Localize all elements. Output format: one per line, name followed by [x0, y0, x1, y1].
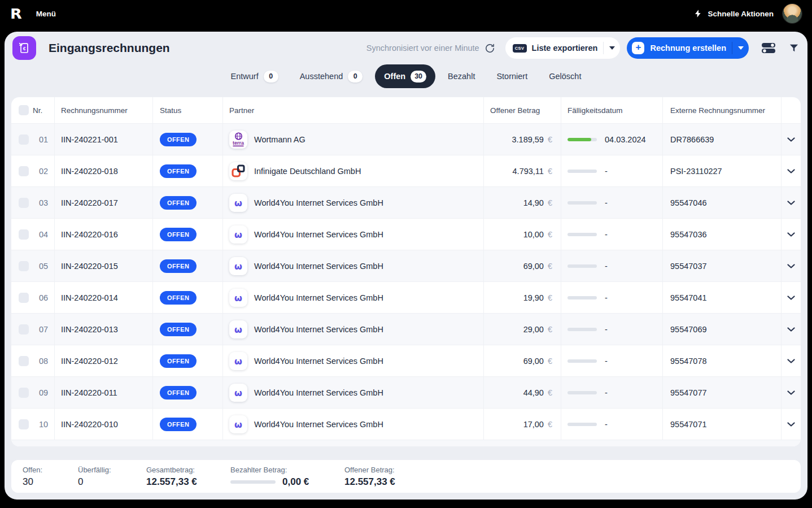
summary-open-amount-label: Offener Betrag:: [344, 466, 395, 474]
summary-open-value: 30: [23, 476, 78, 488]
due-date: -: [605, 325, 608, 334]
world4you-logo: ω: [229, 225, 247, 244]
row-number: 10: [33, 409, 54, 440]
partner-name: World4You Internet Services GmbH: [254, 325, 383, 334]
due-date: -: [605, 262, 608, 271]
summary-paid-label: Bezahlter Betrag:: [230, 466, 344, 474]
button-divider: [732, 42, 732, 54]
external-invoice-number: 95547036: [662, 219, 781, 250]
table-row[interactable]: 06 IIN-240220-014 OFFEN ω World4You Inte…: [11, 281, 801, 313]
table-row[interactable]: 09 IIN-240220-011 OFFEN ω World4You Inte…: [11, 376, 801, 408]
row-expand-button[interactable]: [781, 250, 801, 281]
row-expand-button[interactable]: [781, 314, 801, 345]
brand-logo[interactable]: R: [10, 6, 21, 22]
world4you-logo: ω: [229, 289, 247, 307]
external-invoice-number: 95547077: [662, 377, 781, 408]
row-expand-button[interactable]: [781, 409, 801, 440]
lightning-icon: [693, 8, 702, 19]
filter-icon: [788, 42, 800, 54]
table-row[interactable]: 01 IIN-240221-001 OFFEN terra Wortmann A…: [11, 123, 801, 155]
open-amount: 69,00: [523, 262, 544, 271]
table-row[interactable]: 03 IIN-240220-017 OFFEN ω World4You Inte…: [11, 186, 801, 218]
world4you-logo: ω: [229, 415, 247, 433]
row-expand-button[interactable]: [781, 377, 801, 408]
tab-ausstehend[interactable]: Ausstehend 0: [291, 64, 372, 88]
filter-button[interactable]: [788, 42, 800, 54]
status-badge: OFFEN: [160, 418, 197, 431]
row-checkbox[interactable]: [19, 261, 29, 271]
table-row[interactable]: 07 IIN-240220-013 OFFEN ω World4You Inte…: [11, 313, 801, 345]
svg-text:ω: ω: [234, 324, 242, 335]
table-row[interactable]: 10 IIN-240220-010 OFFEN ω World4You Inte…: [11, 408, 801, 440]
chevron-down-icon[interactable]: [738, 46, 744, 50]
tab-bezahlt[interactable]: Bezahlt: [439, 64, 484, 88]
view-settings-button[interactable]: [761, 42, 776, 54]
due-date: -: [605, 198, 608, 207]
incoming-invoice-icon: €: [12, 36, 36, 60]
row-checkbox[interactable]: [19, 293, 29, 303]
open-amount: 44,90: [523, 388, 544, 397]
status-badge: OFFEN: [160, 164, 197, 178]
due-progress-bar: [567, 170, 597, 173]
world4you-logo: ω: [229, 352, 247, 370]
row-expand-button[interactable]: [781, 345, 801, 376]
row-expand-button[interactable]: [781, 282, 801, 313]
chevron-down-icon: [787, 137, 795, 142]
invoice-number: IIN-240220-017: [54, 187, 152, 218]
column-due-date: Fälligkeitsdatum: [561, 97, 662, 123]
select-all-checkbox[interactable]: [19, 105, 29, 115]
row-expand-button[interactable]: [781, 155, 801, 186]
external-invoice-number: 95547071: [662, 409, 781, 440]
row-number: 04: [33, 219, 54, 250]
summary-paid-value: 0,00 €: [282, 476, 309, 488]
topbar: R Menü Schnelle Aktionen: [0, 0, 812, 27]
table-header-row: Nr. Rechnungsnummer Status Partner Offen…: [11, 97, 801, 123]
summary-total-value: 12.557,33 €: [146, 476, 230, 488]
chevron-down-icon: [787, 327, 795, 332]
row-expand-button[interactable]: [781, 219, 801, 250]
table-row[interactable]: 02 IIN-240220-018 OFFEN Infinigate Deuts…: [11, 155, 801, 186]
partner-name: World4You Internet Services GmbH: [254, 357, 383, 366]
partner-name: World4You Internet Services GmbH: [254, 388, 383, 397]
tab-storniert[interactable]: Storniert: [487, 64, 536, 88]
row-expand-button[interactable]: [781, 187, 801, 218]
row-checkbox[interactable]: [19, 229, 29, 240]
tab-offen[interactable]: Offen 30: [375, 64, 435, 88]
chevron-down-icon[interactable]: [609, 46, 615, 50]
tab-gelöscht[interactable]: Gelöscht: [540, 64, 590, 88]
tab-entwurf[interactable]: Entwurf 0: [222, 64, 287, 88]
due-progress-bar: [567, 233, 597, 236]
row-checkbox[interactable]: [19, 356, 29, 366]
row-expand-button[interactable]: [781, 124, 801, 155]
invoice-number: IIN-240220-010: [54, 409, 152, 440]
external-invoice-number: PSI-23110227: [662, 155, 781, 186]
table-row[interactable]: 08 IIN-240220-012 OFFEN ω World4You Inte…: [11, 345, 801, 376]
refresh-icon[interactable]: [484, 43, 495, 54]
page-title: Eingangsrechnungen: [49, 41, 170, 55]
export-list-button[interactable]: CSV Liste exportieren: [505, 37, 621, 59]
row-number: 06: [33, 282, 54, 313]
svg-text:ω: ω: [234, 292, 242, 303]
row-checkbox[interactable]: [19, 198, 29, 208]
row-number: 08: [33, 345, 54, 376]
summary-overdue-value: 0: [78, 476, 146, 488]
row-checkbox[interactable]: [19, 324, 29, 335]
user-avatar[interactable]: [783, 4, 802, 23]
row-checkbox[interactable]: [19, 419, 29, 429]
open-amount: 69,00: [523, 357, 544, 366]
table-row[interactable]: 04 IIN-240220-016 OFFEN ω World4You Inte…: [11, 218, 801, 250]
summary-bar: Offen: 30 Überfällig: 0 Gesamtbetrag: 12…: [11, 460, 801, 493]
toggle-settings-icon: [761, 42, 776, 54]
chevron-down-icon: [787, 296, 795, 300]
row-checkbox[interactable]: [19, 134, 29, 145]
row-checkbox[interactable]: [19, 388, 29, 398]
status-badge: OFFEN: [160, 323, 197, 336]
quick-actions-button[interactable]: Schnelle Aktionen: [693, 8, 774, 19]
table-row[interactable]: 05 IIN-240220-015 OFFEN ω World4You Inte…: [11, 250, 801, 281]
menu-button[interactable]: Menü: [36, 10, 56, 18]
currency-symbol: €: [548, 420, 552, 429]
create-invoice-button[interactable]: + Rechnung erstellen: [627, 37, 749, 59]
invoice-number: IIN-240220-013: [54, 314, 152, 345]
svg-text:ω: ω: [234, 419, 242, 429]
row-checkbox[interactable]: [19, 166, 29, 176]
